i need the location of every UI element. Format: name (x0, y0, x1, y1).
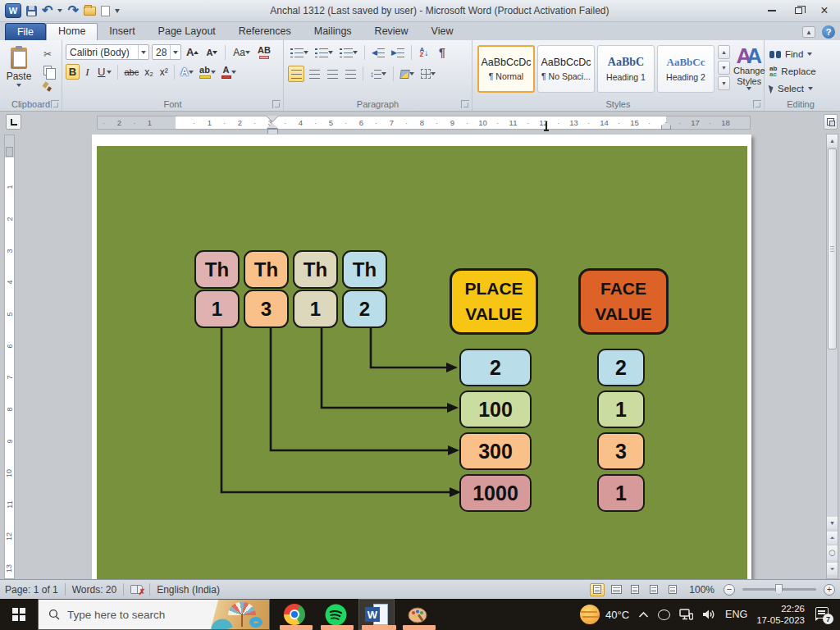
styles-scroll-down-icon[interactable]: ▼ (718, 61, 730, 75)
ribbon-tab[interactable]: References (227, 23, 303, 40)
align-right-button[interactable] (324, 66, 340, 82)
minimize-button[interactable] (760, 3, 784, 19)
start-button[interactable] (0, 599, 38, 630)
grow-font-button[interactable]: A (184, 44, 201, 60)
horizontal-ruler[interactable]: 21 1234567891011121314151718 (97, 116, 751, 130)
vertical-ruler[interactable]: 12345678910111213 (4, 135, 15, 579)
styles-more-icon[interactable]: ▼ (718, 76, 730, 90)
format-painter-button[interactable] (38, 80, 57, 94)
full-screen-reading-view-button[interactable] (609, 583, 623, 596)
copy-button[interactable] (38, 63, 57, 78)
style-chip[interactable]: AaBbCcDc ¶ Normal (477, 45, 535, 93)
zoom-level[interactable]: 100% (689, 584, 714, 596)
outline-view-button[interactable] (646, 583, 661, 596)
styles-dialog-launcher-icon[interactable] (753, 100, 761, 108)
restore-button[interactable] (786, 3, 810, 19)
zoom-in-button[interactable]: + (824, 584, 835, 596)
superscript-button[interactable]: x² (157, 64, 171, 80)
taskbar-search[interactable] (38, 599, 270, 630)
print-layout-view-button[interactable] (590, 583, 605, 596)
change-styles-button[interactable]: AA Change Styles (733, 45, 765, 90)
web-layout-view-button[interactable] (628, 583, 642, 596)
font-family-select[interactable]: Calibri (Body) (66, 44, 149, 60)
select-browse-object-icon[interactable]: ◯ (827, 546, 838, 560)
shading-button[interactable] (398, 66, 417, 82)
open-icon[interactable] (84, 7, 96, 16)
search-input[interactable] (67, 609, 190, 621)
style-chip[interactable]: AaBbC Heading 1 (597, 45, 655, 93)
style-chip[interactable]: AaBbCcDc ¶ No Spaci... (537, 45, 595, 93)
align-left-button[interactable] (288, 66, 304, 82)
view-ruler-toggle-button[interactable] (824, 114, 838, 130)
first-line-indent-marker[interactable] (267, 116, 278, 121)
font-dialog-launcher-icon[interactable] (272, 100, 281, 108)
numbering-button[interactable] (313, 44, 336, 61)
find-button[interactable]: Find (769, 47, 832, 62)
redo-icon[interactable]: ↷ (67, 4, 78, 17)
draft-view-button[interactable] (665, 583, 680, 596)
zoom-slider-thumb[interactable] (775, 584, 783, 595)
ribbon-tab[interactable]: Mailings (303, 23, 363, 40)
vertical-scrollbar[interactable]: ▲ ▼ ⏶ ◯ ⏷ (826, 134, 838, 579)
show-hidden-icons-chevron[interactable] (638, 611, 649, 618)
word-logo-icon[interactable]: W (5, 3, 21, 18)
ribbon-tab[interactable]: Page Layout (147, 23, 227, 40)
tablet-mode-icon[interactable] (658, 609, 670, 620)
align-center-button[interactable] (306, 66, 322, 82)
strikethrough-button[interactable]: abc (121, 64, 141, 80)
replace-button[interactable]: abacReplace (769, 64, 832, 79)
clock[interactable]: 22:26 17-05-2023 (756, 603, 805, 627)
ribbon-tab[interactable]: View (420, 23, 465, 40)
search-highlight-image[interactable] (205, 600, 269, 630)
network-icon[interactable] (679, 609, 693, 620)
paragraph-dialog-launcher-icon[interactable] (461, 100, 469, 108)
scroll-up-icon[interactable]: ▲ (827, 135, 838, 147)
collapse-ribbon-icon[interactable]: ▲ (802, 26, 815, 38)
bullets-button[interactable] (288, 44, 311, 61)
scroll-down-icon[interactable]: ▼ (827, 517, 838, 529)
weather-widget[interactable]: 40°C (580, 605, 629, 624)
new-document-icon[interactable] (101, 6, 110, 16)
font-size-select[interactable]: 28 (152, 44, 181, 60)
style-chip[interactable]: AaBbCc Heading 2 (657, 45, 714, 93)
clipboard-dialog-launcher-icon[interactable] (51, 100, 59, 108)
clear-formatting-button[interactable]: AB (255, 44, 273, 60)
multilevel-list-button[interactable] (337, 44, 360, 61)
keyboard-language[interactable]: ENG (725, 609, 747, 620)
sort-button[interactable]: AZ↓ (416, 44, 432, 61)
cut-button[interactable]: ✂ (38, 47, 57, 62)
undo-dropdown-icon[interactable] (57, 9, 62, 12)
text-effects-button[interactable]: A (178, 64, 195, 80)
page-count[interactable]: Page: 1 of 1 (5, 584, 58, 596)
next-page-icon[interactable]: ⏷ (827, 563, 838, 575)
zoom-out-button[interactable]: − (724, 584, 735, 596)
language-status[interactable]: English (India) (157, 584, 220, 596)
justify-button[interactable] (342, 66, 358, 82)
proofing-errors-icon[interactable]: ✗ (130, 585, 143, 594)
volume-icon[interactable] (702, 609, 716, 620)
help-icon[interactable]: ? (822, 25, 835, 39)
shrink-font-button[interactable]: A (203, 44, 220, 60)
save-icon[interactable] (26, 6, 37, 16)
select-button[interactable]: Select (769, 81, 832, 96)
close-button[interactable]: × (812, 3, 837, 19)
previous-page-icon[interactable]: ⏶ (827, 532, 838, 544)
italic-button[interactable]: I (80, 64, 94, 80)
tab-file[interactable]: File (5, 23, 46, 40)
notification-center-button[interactable]: 7 (814, 607, 832, 622)
highlight-button[interactable]: ab (197, 64, 218, 80)
zoom-slider[interactable] (742, 588, 816, 591)
ribbon-tab[interactable]: Review (363, 23, 420, 40)
line-spacing-button[interactable]: ↕ (368, 66, 389, 82)
increase-indent-button[interactable]: ▶ (389, 44, 407, 61)
decrease-indent-button[interactable]: ◀ (369, 44, 387, 61)
paste-button[interactable]: Paste (3, 45, 34, 96)
borders-button[interactable] (418, 66, 438, 82)
change-case-button[interactable]: Aa (231, 44, 253, 60)
font-color-button[interactable]: A (219, 64, 239, 80)
bold-button[interactable]: B (66, 64, 80, 80)
undo-icon[interactable]: ↶ (42, 4, 52, 17)
styles-scroll-up-icon[interactable]: ▲ (718, 45, 730, 59)
scrollbar-thumb[interactable] (828, 148, 837, 349)
word-count[interactable]: Words: 20 (72, 584, 116, 596)
